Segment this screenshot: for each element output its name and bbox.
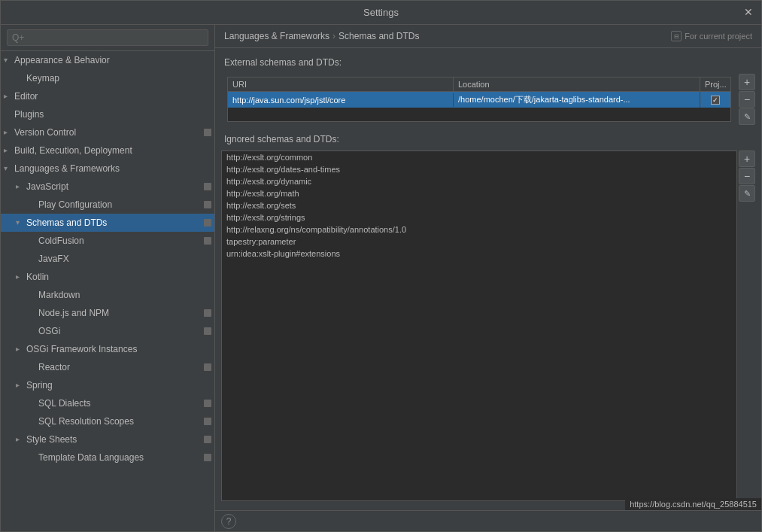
sidebar-item-coldfusion[interactable]: ColdFusion (1, 232, 214, 250)
sidebar-item-label-plugins: Plugins (14, 109, 44, 120)
sidebar-item-label-style-sheets: Style Sheets (26, 434, 77, 445)
sidebar-item-plugins[interactable]: Plugins (1, 105, 214, 123)
sidebar-item-sql-dialects[interactable]: SQL Dialects (1, 394, 214, 412)
sidebar-item-label-spring: Spring (26, 380, 53, 391)
external-table-wrapper: URI Location Proj... http://java.sun.com… (221, 74, 755, 125)
search-box (1, 25, 214, 51)
sidebar-item-spring[interactable]: Spring (1, 376, 214, 394)
settings-icon (204, 201, 211, 208)
list-item[interactable]: urn:idea:xslt-plugin#extensions (222, 248, 736, 260)
breadcrumb-path: Languages & Frameworks › Schemas and DTD… (224, 31, 419, 41)
add-ignored-button[interactable]: + (739, 150, 755, 167)
sidebar-item-build[interactable]: Build, Execution, Deployment (1, 141, 214, 160)
search-input[interactable] (7, 29, 208, 46)
sidebar-item-template-data[interactable]: Template Data Languages (1, 448, 214, 467)
external-schemas-label: External schemas and DTDs: (215, 54, 761, 71)
sidebar-item-javafx[interactable]: JavaFX (1, 250, 214, 268)
edit-ignored-button[interactable]: ✎ (739, 185, 755, 202)
sidebar: Appearance & BehaviorKeymapEditorPlugins… (1, 25, 215, 531)
sidebar-item-label-play-config: Play Configuration (38, 199, 112, 210)
cell-uri: http://java.sun.com/jsp/jstl/core (228, 93, 454, 107)
sidebar-item-label-version-control: Version Control (14, 127, 76, 138)
cell-proj: ✓ (700, 93, 730, 107)
breadcrumb-part2: Schemas and DTDs (338, 31, 419, 41)
sidebar-item-label-template-data: Template Data Languages (38, 452, 144, 463)
help-button[interactable]: ? (221, 514, 236, 529)
external-table: URI Location Proj... http://java.sun.com… (227, 77, 731, 122)
list-item[interactable]: http://exslt.org/strings (222, 211, 736, 223)
sidebar-item-label-javascript: JavaScript (26, 181, 68, 192)
sidebar-item-label-appearance: Appearance & Behavior (14, 55, 110, 65)
external-table-buttons: + − ✎ (739, 74, 755, 125)
sidebar-item-label-nodejs-npm: Node.js and NPM (38, 308, 109, 318)
cell-location: /home/mochen/下载/jakarta-taglibs-standard… (454, 92, 700, 108)
list-item[interactable]: tapestry:parameter (222, 236, 736, 248)
settings-icon (204, 129, 211, 136)
sidebar-item-markdown[interactable]: Markdown (1, 286, 214, 304)
sidebar-item-label-coldfusion: ColdFusion (38, 236, 84, 246)
remove-ignored-button[interactable]: − (739, 168, 755, 184)
list-item[interactable]: http://exslt.org/sets (222, 199, 736, 211)
sidebar-item-version-control[interactable]: Version Control (1, 123, 214, 141)
table-header: URI Location Proj... (228, 78, 730, 92)
col-uri: URI (228, 78, 454, 91)
breadcrumb: Languages & Frameworks › Schemas and DTD… (215, 25, 761, 48)
settings-icon (204, 363, 211, 371)
sidebar-item-style-sheets[interactable]: Style Sheets (1, 430, 214, 448)
ignored-list: http://exslt.org/commonhttp://exslt.org/… (221, 150, 737, 501)
col-proj: Proj... (700, 78, 730, 91)
sidebar-item-label-keymap: Keymap (26, 73, 59, 84)
sidebar-item-label-osgi: OSGi (38, 326, 60, 336)
sidebar-item-label-reactor: Reactor (38, 362, 70, 372)
settings-icon (204, 219, 211, 226)
close-button[interactable]: ✕ (742, 5, 755, 19)
sidebar-tree: Appearance & BehaviorKeymapEditorPlugins… (1, 51, 214, 531)
edit-external-button[interactable]: ✎ (739, 108, 755, 125)
sidebar-item-editor[interactable]: Editor (1, 87, 214, 105)
sidebar-item-nodejs-npm[interactable]: Node.js and NPM (1, 304, 214, 322)
sidebar-item-kotlin[interactable]: Kotlin (1, 268, 214, 286)
list-item[interactable]: http://exslt.org/common (222, 151, 736, 163)
sidebar-item-label-osgi-framework: OSGi Framework Instances (26, 344, 137, 354)
content-wrapper: External schemas and DTDs: URI Location … (215, 48, 761, 510)
list-item[interactable]: http://exslt.org/math (222, 187, 736, 199)
ignored-buttons: + − ✎ (739, 150, 755, 501)
table-row[interactable]: http://java.sun.com/jsp/jstl/core /home/… (228, 92, 730, 108)
list-item[interactable]: http://exslt.org/dynamic (222, 175, 736, 187)
dialog-title: Settings (363, 7, 399, 18)
settings-icon (204, 309, 211, 317)
checkbox[interactable]: ✓ (711, 96, 720, 105)
sidebar-item-schemas-dtds[interactable]: Schemas and DTDs (1, 214, 214, 232)
sidebar-item-languages[interactable]: Languages & Frameworks (1, 160, 214, 178)
sidebar-item-label-editor: Editor (14, 91, 38, 102)
content-area: Languages & Frameworks › Schemas and DTD… (215, 25, 761, 531)
title-bar: Settings ✕ (1, 1, 761, 25)
sidebar-item-play-config[interactable]: Play Configuration (1, 196, 214, 214)
bottom-bar: ? (215, 510, 761, 531)
sidebar-item-appearance[interactable]: Appearance & Behavior (1, 51, 214, 69)
ignored-section: Ignored schemas and DTDs: http://exslt.o… (215, 131, 761, 504)
list-item[interactable]: http://relaxng.org/ns/compatibility/anno… (222, 223, 736, 236)
sidebar-item-sql-resolution[interactable]: SQL Resolution Scopes (1, 412, 214, 430)
settings-icon (204, 400, 211, 407)
list-item[interactable]: http://exslt.org/dates-and-times (222, 163, 736, 175)
sidebar-item-osgi[interactable]: OSGi (1, 322, 214, 340)
breadcrumb-part1: Languages & Frameworks (224, 31, 329, 41)
sidebar-item-osgi-framework[interactable]: OSGi Framework Instances (1, 340, 214, 358)
sidebar-item-label-markdown: Markdown (38, 290, 80, 300)
watermark: https://blog.csdn.net/qq_25884515 (625, 498, 761, 510)
remove-external-button[interactable]: − (739, 91, 755, 108)
project-badge: ⊟ For current project (671, 31, 752, 41)
settings-icon (204, 436, 211, 443)
project-icon: ⊟ (671, 31, 682, 41)
settings-icon (204, 418, 211, 425)
sidebar-item-javascript[interactable]: JavaScript (1, 178, 214, 196)
sidebar-item-label-build: Build, Execution, Deployment (14, 145, 132, 156)
sidebar-item-keymap[interactable]: Keymap (1, 69, 214, 87)
main-area: Appearance & BehaviorKeymapEditorPlugins… (1, 25, 761, 531)
settings-icon (204, 183, 211, 190)
add-external-button[interactable]: + (739, 74, 755, 90)
sidebar-item-reactor[interactable]: Reactor (1, 358, 214, 376)
settings-dialog: Settings ✕ Appearance & BehaviorKeymapEd… (0, 0, 762, 532)
sidebar-item-label-javafx: JavaFX (38, 254, 69, 264)
